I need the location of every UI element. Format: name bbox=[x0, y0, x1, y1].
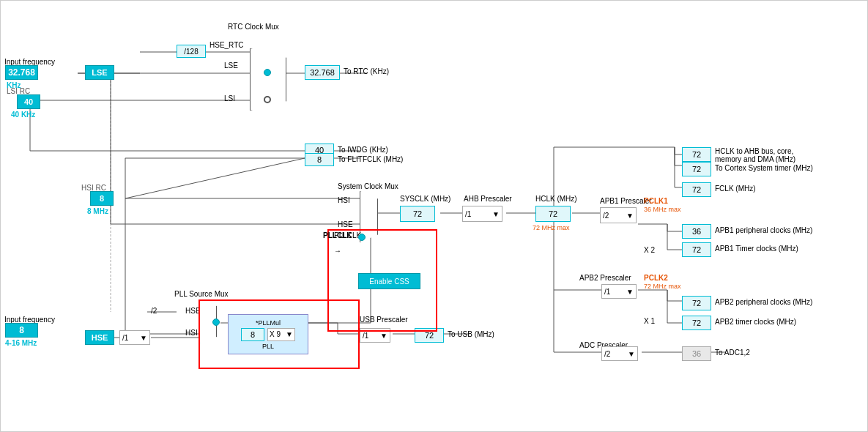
x1-apb2-label: X 1 bbox=[644, 317, 655, 325]
hse-rtc-label: HSE_RTC bbox=[209, 41, 244, 49]
rtc-clock-mux-label: RTC Clock Mux bbox=[228, 23, 279, 31]
iwdg-to-label: To IWDG (KHz) bbox=[338, 146, 388, 154]
pll-value-box: 8 bbox=[241, 328, 264, 341]
div128-box: /128 bbox=[177, 45, 206, 58]
pclk2-label: PCLK2 bbox=[644, 274, 668, 282]
hclk-label: HCLK (MHz) bbox=[535, 195, 577, 203]
usb-output-box: 72 bbox=[415, 328, 444, 343]
lsi-rc-unit-label: 40 KHz bbox=[11, 111, 35, 119]
usb-to-label: To USB (MHz) bbox=[448, 330, 494, 338]
hse-value-box: 8 bbox=[5, 323, 38, 338]
sysclk-label: SYSCLK (MHz) bbox=[400, 195, 450, 203]
pll-area-box: *PLLMul 8 X 9 ▼ PLL bbox=[228, 314, 308, 354]
cortex-timer-label: To Cortex System timer (MHz) bbox=[715, 164, 813, 172]
hclk-ahb-label: HCLK to AHB bus, core, bbox=[715, 147, 793, 155]
lse-component-box: LSE bbox=[85, 65, 114, 80]
hse-component-box: HSE bbox=[85, 330, 114, 345]
pll-src-mux-dot[interactable] bbox=[212, 319, 220, 326]
pclk1-max-label: 36 MHz max bbox=[644, 206, 681, 213]
pll-mul-dropdown[interactable]: X 9 ▼ bbox=[267, 328, 295, 341]
usb-prescaler-dropdown[interactable]: /1 ▼ bbox=[360, 328, 390, 343]
adc-output-box: 36 bbox=[682, 346, 711, 361]
hse-div1-dropdown[interactable]: /1 ▼ bbox=[119, 330, 150, 345]
apb1-periph-label: APB1 peripheral clocks (MHz) bbox=[715, 226, 812, 234]
pll-mul-label: *PLLMul bbox=[256, 319, 281, 327]
hse-pll-label: HSE bbox=[185, 307, 201, 315]
fclk-label: FCLK (MHz) bbox=[715, 185, 756, 193]
pclk2-max-label: 72 MHz max bbox=[644, 283, 681, 290]
apb2-prescaler-label: APB2 Prescaler bbox=[579, 274, 631, 282]
apb2-timer-value-box: 72 bbox=[682, 316, 711, 330]
lsi-rc-value-box: 40 bbox=[17, 94, 40, 109]
pclk1-label: PCLK1 bbox=[644, 197, 668, 205]
ahb-prescaler-dropdown[interactable]: /1 ▼ bbox=[462, 206, 502, 222]
apb2-timer-label: APB2 timer clocks (MHz) bbox=[715, 318, 796, 326]
sysclk-value-box[interactable]: 72 bbox=[400, 206, 435, 222]
hse-unit-label: 4-16 MHz bbox=[5, 339, 37, 347]
adc-prescaler-dropdown[interactable]: /2 ▼ bbox=[601, 346, 638, 361]
pll-box-label: PLL bbox=[262, 343, 274, 350]
pllclk-mux-dot[interactable] bbox=[358, 234, 366, 241]
ahb-prescaler-label: AHB Prescaler bbox=[464, 195, 512, 203]
apb1-timer-value-box: 72 bbox=[682, 242, 711, 257]
svg-line-14 bbox=[125, 158, 305, 198]
lse-mux-dot[interactable] bbox=[264, 69, 271, 76]
hclk-max-label: 72 MHz max bbox=[533, 224, 570, 231]
enable-css-button[interactable]: Enable CSS bbox=[358, 273, 420, 289]
pll-source-mux-label: PLL Source Mux bbox=[174, 290, 229, 298]
cortex-timer-value-box: 72 bbox=[682, 162, 711, 176]
rtc-to-label: To RTC (KHz) bbox=[344, 67, 389, 75]
fclk-value-box: 72 bbox=[682, 182, 711, 197]
rtc-output-box: 32.768 bbox=[305, 65, 340, 80]
hclk-ahb-value-box: 72 bbox=[682, 147, 711, 162]
apb1-prescaler-dropdown[interactable]: /2 ▼ bbox=[600, 207, 637, 223]
hsi-rc-value-box: 8 bbox=[90, 191, 114, 206]
hse-sys-mux-label: HSE bbox=[338, 220, 353, 228]
pllclk-label-area: PLLCLK bbox=[323, 231, 352, 239]
adc-to-label: To ADC1,2 bbox=[715, 349, 750, 357]
lsi-mux-label: LSI bbox=[224, 94, 235, 103]
hsi-pll-label: HSI bbox=[185, 329, 198, 337]
main-container: Input frequency 32.768 KHz LSE LSI RC 40… bbox=[0, 0, 868, 432]
apb2-prescaler-dropdown[interactable]: /1 ▼ bbox=[601, 284, 637, 299]
usb-prescaler-label: USB Prescaler bbox=[360, 316, 408, 324]
x2-apb1-label: X 2 bbox=[644, 246, 655, 254]
apb1-periph-value-box: 36 bbox=[682, 224, 711, 239]
hclk-value-box[interactable]: 72 bbox=[535, 206, 571, 222]
pll-div2-label: /2 bbox=[151, 307, 157, 315]
system-clock-mux-label: System Clock Mux bbox=[338, 182, 398, 190]
lse-mux-label: LSE bbox=[224, 62, 238, 70]
apb1-timer-label: APB1 Timer clocks (MHz) bbox=[715, 245, 798, 253]
apb2-periph-value-box: 72 bbox=[682, 296, 711, 310]
flit-value-box: 8 bbox=[305, 153, 334, 166]
lse-value-box: 32.768 bbox=[5, 65, 38, 80]
apb2-periph-label: APB2 peripheral clocks (MHz) bbox=[715, 298, 812, 306]
hsi-rc-unit-label: 8 MHz bbox=[87, 207, 108, 215]
flit-to-label: To FLITFCLK (MHz) bbox=[338, 155, 403, 163]
pllclk-arrow-label: → bbox=[334, 247, 341, 255]
lsi-mux-circle[interactable] bbox=[264, 96, 271, 103]
hsi-sys-mux-label: HSI bbox=[338, 196, 350, 204]
hclk-ahb-label2: memory and DMA (MHz) bbox=[715, 155, 795, 163]
